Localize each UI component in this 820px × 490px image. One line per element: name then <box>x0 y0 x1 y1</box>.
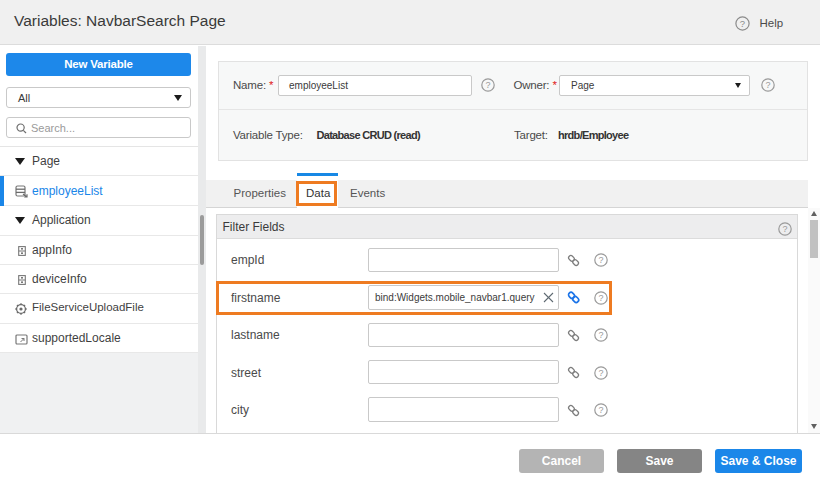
svg-text:?: ? <box>485 80 490 90</box>
svg-text:?: ? <box>782 224 787 234</box>
svg-text:?: ? <box>598 368 603 378</box>
svg-text:?: ? <box>598 405 603 415</box>
svg-text:?: ? <box>740 18 745 29</box>
svg-text:?: ? <box>598 255 603 265</box>
svg-text:?: ? <box>765 80 770 90</box>
svg-text:?: ? <box>598 330 603 340</box>
